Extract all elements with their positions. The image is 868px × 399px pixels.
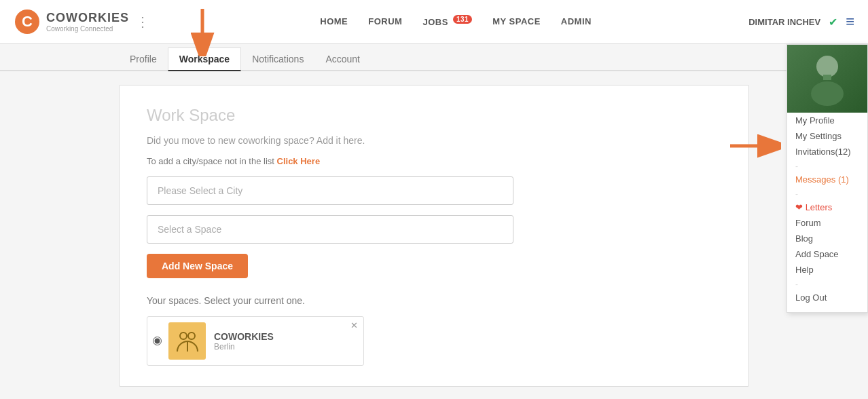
space-info: COWORKIES Berlin: [214, 331, 274, 352]
dropdown-forum[interactable]: Forum: [787, 215, 867, 231]
add-new-space-button[interactable]: Add New Space: [147, 254, 248, 278]
workspace-desc: Did you move to new coworking space? Add…: [147, 135, 721, 146]
dropdown-add-space[interactable]: Add Space: [787, 246, 867, 262]
nav-jobs[interactable]: JOBS 131: [422, 16, 472, 27]
dropdown-sep2: -: [787, 188, 806, 200]
tab-notifications[interactable]: Notifications: [241, 48, 314, 71]
jobs-badge: 131: [453, 15, 472, 24]
dropdown-my-profile[interactable]: My Profile: [787, 113, 867, 128]
click-here-link[interactable]: Click Here: [277, 156, 321, 166]
space-city: Berlin: [214, 342, 274, 352]
verified-icon: ✔: [829, 16, 837, 28]
svg-point-8: [811, 81, 844, 106]
more-options-icon[interactable]: ⋮: [136, 14, 149, 30]
city-select[interactable]: Please Select a City: [147, 176, 513, 205]
logo-subtitle: Coworking Connected: [46, 25, 129, 33]
spaces-label: Your spaces. Select your current one.: [147, 295, 721, 306]
space-thumbnail: [168, 322, 206, 360]
svg-point-5: [188, 332, 195, 339]
dropdown-letters[interactable]: ❤ Letters: [787, 200, 867, 215]
logo-area: C COWORKIES Coworking Connected: [14, 8, 136, 35]
svg-text:C: C: [22, 13, 33, 30]
svg-point-7: [816, 56, 838, 77]
svg-point-4: [180, 332, 187, 339]
space-select[interactable]: Select a Space: [147, 215, 513, 244]
user-name[interactable]: DIMITAR INCHEV: [748, 17, 820, 27]
dropdown-help[interactable]: Help: [787, 262, 867, 278]
main-content: Work Space Did you move to new coworking…: [0, 71, 868, 399]
tab-account[interactable]: Account: [314, 48, 371, 71]
space-name: COWORKIES: [214, 331, 274, 342]
dropdown-my-settings[interactable]: My Settings: [787, 128, 867, 144]
tab-workspace[interactable]: Workspace: [168, 48, 241, 71]
avatar: [787, 45, 867, 113]
space-card: COWORKIES Berlin ✕: [147, 316, 364, 366]
space-radio[interactable]: [153, 337, 162, 345]
hamburger-icon[interactable]: ≡: [846, 13, 854, 31]
profile-dropdown: My Profile My Settings Invitations(12) -…: [786, 44, 868, 313]
dropdown-blog[interactable]: Blog: [787, 231, 867, 246]
logo-icon: C: [14, 8, 41, 35]
nav-forum[interactable]: FORUM: [368, 16, 402, 26]
workspace-title: Work Space: [147, 106, 721, 125]
nav-myspace[interactable]: MY SPACE: [492, 16, 541, 26]
svg-rect-9: [823, 75, 831, 80]
dropdown-messages[interactable]: Messages (1): [787, 172, 867, 187]
header-right: DIMITAR INCHEV ✔ ≡: [748, 13, 854, 31]
tabs-bar: Profile Workspace Notifications Account: [0, 44, 868, 71]
logo-text: COWORKIES Coworking Connected: [46, 11, 129, 33]
tab-profile[interactable]: Profile: [119, 48, 168, 71]
dropdown-invitations[interactable]: Invitations(12): [787, 144, 867, 159]
nav-home[interactable]: HOME: [320, 16, 348, 26]
space-close-icon[interactable]: ✕: [350, 320, 358, 330]
nav-admin[interactable]: ADMIN: [561, 16, 592, 26]
header: C COWORKIES Coworking Connected ⋮ HOME F…: [0, 0, 868, 44]
logo-title: COWORKIES: [46, 11, 129, 25]
content-card: Work Space Did you move to new coworking…: [119, 85, 749, 387]
main-nav: HOME FORUM JOBS 131 MY SPACE ADMIN: [163, 16, 748, 27]
dropdown-log-out[interactable]: Log Out: [787, 290, 867, 305]
dropdown-sep3: -: [787, 278, 806, 290]
dropdown-sep1: -: [787, 160, 806, 172]
city-hint: To add a city/space not in the list Clic…: [147, 156, 721, 166]
